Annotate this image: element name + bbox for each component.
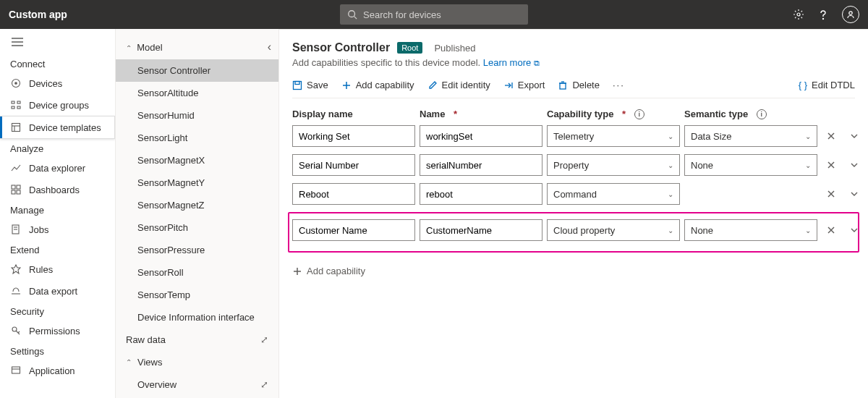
capability-row: Property⌄None⌄ [292, 154, 855, 176]
name-input[interactable] [420, 154, 542, 176]
application-icon [10, 365, 22, 376]
model-item[interactable]: SensorAltitude [116, 82, 278, 104]
svg-rect-37 [560, 83, 566, 89]
sidebar-section-connect: Connect [0, 54, 115, 72]
expand-icon[interactable]: ⤢ [260, 379, 268, 390]
sidebar-item-data-explorer[interactable]: Data explorer [0, 157, 115, 179]
views-header[interactable]: ⌃ Views [116, 351, 278, 373]
add-capability-label: Add capability [356, 80, 414, 90]
export-label: Export [518, 80, 545, 90]
hamburger-menu-icon[interactable] [0, 32, 115, 54]
model-item[interactable]: SensorPitch [116, 216, 278, 239]
delete-row-button[interactable] [822, 132, 841, 140]
svg-rect-32 [295, 81, 299, 84]
svg-rect-17 [12, 185, 15, 189]
rules-icon [10, 263, 22, 275]
capability-type-select[interactable]: Command⌄ [547, 183, 680, 205]
model-item[interactable]: SensorRoll [116, 261, 278, 284]
sidebar-item-dashboards[interactable]: Dashboards [0, 179, 115, 200]
name-input[interactable] [420, 183, 542, 205]
model-header[interactable]: ⌃ Model ‹ [116, 35, 278, 59]
expand-row-button[interactable] [845, 226, 864, 234]
model-label: Model [137, 42, 162, 53]
add-capability-button[interactable]: Add capability [341, 80, 414, 90]
settings-gear-icon[interactable] [793, 9, 804, 20]
chevron-down-icon: ⌄ [805, 132, 811, 140]
model-item-sensor-controller[interactable]: Sensor Controller [116, 59, 278, 82]
semantic-type-select[interactable]: Data Size⌄ [684, 125, 817, 147]
sidebar-item-data-export[interactable]: Data export [0, 280, 115, 302]
expand-row-button[interactable] [845, 190, 864, 198]
more-button[interactable]: ··· [613, 80, 625, 90]
info-icon[interactable]: i [634, 109, 644, 119]
main-content: Sensor Controller Root Published Add cap… [279, 29, 868, 398]
sidebar-item-jobs[interactable]: Jobs [0, 219, 115, 240]
semantic-type-select[interactable]: None⌄ [684, 219, 817, 241]
sidebar-item-permissions[interactable]: Permissions [0, 320, 115, 342]
page-title: Sensor Controller [292, 41, 390, 54]
capability-type-select[interactable]: Cloud property⌄ [547, 219, 680, 241]
help-icon[interactable] [817, 9, 829, 20]
avatar[interactable] [842, 6, 859, 23]
learn-more-link[interactable]: Learn more ⧉ [483, 57, 540, 68]
permissions-icon [10, 325, 22, 336]
search-container[interactable] [340, 4, 528, 25]
model-item[interactable]: SensorHumid [116, 104, 278, 127]
svg-rect-18 [17, 185, 20, 189]
device-groups-icon [10, 99, 22, 111]
edit-dtdl-button[interactable]: { } Edit DTDL [799, 80, 855, 90]
delete-row-button[interactable] [822, 161, 841, 169]
raw-data-label: Raw data [126, 334, 166, 345]
external-link-icon: ⧉ [534, 59, 540, 67]
svg-point-2 [797, 13, 800, 16]
delete-row-button[interactable] [822, 190, 841, 198]
sidebar-item-devices[interactable]: Devices [0, 72, 115, 94]
display-name-input[interactable] [292, 125, 415, 147]
model-item[interactable]: SensorMagnetY [116, 172, 278, 194]
name-input[interactable] [420, 219, 542, 241]
semantic-type-select[interactable]: None⌄ [684, 154, 817, 176]
edit-identity-label: Edit identity [442, 80, 490, 90]
sidebar-label: Permissions [29, 326, 80, 336]
expand-icon[interactable]: ⤢ [260, 334, 268, 345]
model-item[interactable]: SensorLight [116, 127, 278, 149]
expand-row-button[interactable] [845, 161, 864, 169]
sidebar-label: Application [29, 365, 75, 376]
model-item[interactable]: SensorMagnetZ [116, 194, 278, 216]
save-button[interactable]: Save [292, 80, 328, 90]
model-item[interactable]: SensorPressure [116, 239, 278, 261]
display-name-input[interactable] [292, 219, 415, 241]
capability-type-select[interactable]: Telemetry⌄ [547, 125, 680, 147]
svg-point-9 [15, 82, 17, 85]
col-sem-type: Semantic type i [684, 109, 817, 119]
sidebar-item-device-templates[interactable]: Device templates [0, 116, 115, 139]
svg-rect-10 [12, 101, 14, 103]
back-chevron-icon[interactable]: ‹ [268, 41, 271, 54]
chevron-down-icon: ⌄ [668, 190, 673, 198]
info-icon[interactable]: i [757, 109, 767, 119]
edit-identity-button[interactable]: Edit identity [427, 80, 490, 90]
add-capability-inline[interactable]: Add capability [292, 258, 855, 284]
delete-button[interactable]: Delete [558, 80, 600, 90]
expand-row-button[interactable] [845, 132, 864, 140]
raw-data-header[interactable]: Raw data ⤢ [116, 329, 278, 351]
sidebar-item-device-groups[interactable]: Device groups [0, 94, 115, 116]
search-input[interactable] [363, 9, 521, 20]
svg-rect-12 [12, 106, 14, 109]
model-item-overview[interactable]: Overview ⤢ [116, 373, 278, 396]
model-item[interactable]: Device Information interface [116, 306, 278, 329]
publish-status: Published [434, 43, 475, 54]
export-button[interactable]: Export [503, 80, 545, 90]
svg-rect-13 [17, 106, 20, 109]
display-name-input[interactable] [292, 154, 415, 176]
sidebar-item-application[interactable]: Application [0, 360, 115, 381]
svg-marker-24 [12, 265, 20, 274]
capability-type-select[interactable]: Property⌄ [547, 154, 680, 176]
name-input[interactable] [420, 125, 542, 147]
delete-row-button[interactable] [822, 226, 841, 234]
display-name-input[interactable] [292, 183, 415, 205]
sidebar-item-rules[interactable]: Rules [0, 258, 115, 280]
sidebar-label: Data explorer [29, 163, 85, 174]
model-item[interactable]: SensorMagnetX [116, 149, 278, 172]
model-item[interactable]: SensorTemp [116, 284, 278, 306]
